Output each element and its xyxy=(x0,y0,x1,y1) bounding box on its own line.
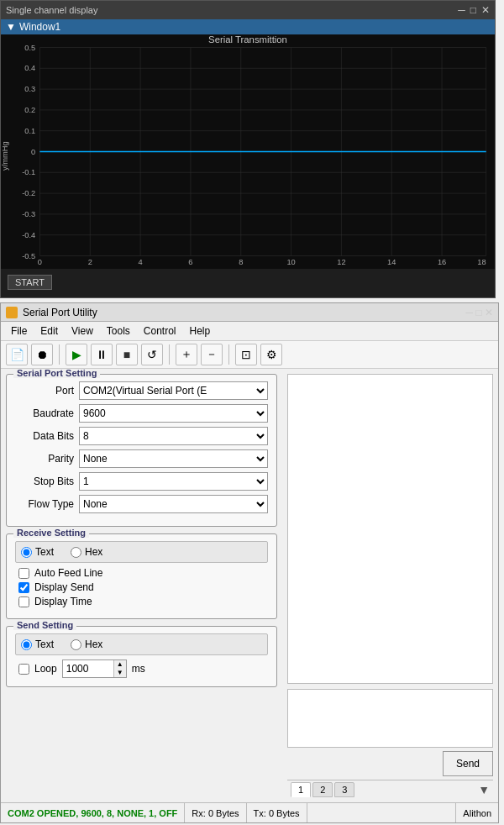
port-row: Port COM2(Virtual Serial Port (E xyxy=(15,381,268,400)
menu-view[interactable]: View xyxy=(65,323,100,339)
window-label: Window1 xyxy=(19,21,60,33)
svg-text:-0.1: -0.1 xyxy=(22,168,35,176)
spu-minimize-btn[interactable]: ─ xyxy=(466,307,474,318)
display-send-label[interactable]: Display Send xyxy=(34,581,94,593)
parity-select[interactable]: None Even Odd Mark Space xyxy=(79,449,268,468)
close-btn[interactable]: ✕ xyxy=(481,5,490,15)
send-text-label: Text xyxy=(35,638,54,650)
loop-spin: ▲ ▼ xyxy=(113,660,126,677)
loop-checkbox[interactable] xyxy=(18,664,29,675)
stop-bits-select[interactable]: 1 1.5 2 xyxy=(79,472,268,491)
send-btn-row: Send xyxy=(287,751,493,776)
flow-type-select[interactable]: None Hardware Software xyxy=(79,495,268,513)
send-hex-radio-label[interactable]: Hex xyxy=(71,638,102,650)
receive-hex-radio[interactable] xyxy=(71,547,81,558)
baudrate-row: Baudrate 9600 4800 19200 38400 57600 115… xyxy=(15,404,268,423)
data-bits-select[interactable]: 8 7 6 5 xyxy=(79,427,268,445)
display-time-row: Display Time xyxy=(15,596,268,607)
menu-file[interactable]: File xyxy=(4,323,34,339)
display-time-label[interactable]: Display Time xyxy=(34,596,92,607)
svg-text:0.4: 0.4 xyxy=(24,64,35,72)
send-hex-radio[interactable] xyxy=(71,639,81,650)
auto-feed-checkbox[interactable] xyxy=(18,568,29,579)
tab-2[interactable]: 2 xyxy=(312,782,333,797)
svg-text:0.3: 0.3 xyxy=(24,85,35,93)
spu-maximize-btn[interactable]: □ xyxy=(475,307,481,318)
toolbar-remove-btn[interactable]: － xyxy=(201,344,223,365)
spu-menubar: File Edit View Tools Control Help xyxy=(1,322,498,341)
spu-content: Serial Port Setting Port COM2(Virtual Se… xyxy=(1,369,498,803)
send-button[interactable]: Send xyxy=(443,751,493,776)
data-bits-row: Data Bits 8 7 6 5 xyxy=(15,427,268,445)
toolbar-record-btn[interactable]: ⏺ xyxy=(31,344,53,365)
auto-feed-label[interactable]: Auto Feed Line xyxy=(34,567,102,579)
spu-title: Serial Port Utility xyxy=(23,307,97,318)
loop-input-wrap: ▲ ▼ xyxy=(62,659,127,678)
chart-area: Serial Transmittion 0.5 0.4 0.3 0.2 0.1 … xyxy=(1,34,495,269)
svg-text:14: 14 xyxy=(387,258,396,266)
loop-label[interactable]: Loop xyxy=(34,663,57,675)
svg-text:18: 18 xyxy=(477,258,486,266)
brand-status: Alithon xyxy=(455,803,498,822)
svg-text:Serial Transmittion: Serial Transmittion xyxy=(208,34,287,45)
port-select[interactable]: COM2(Virtual Serial Port (E xyxy=(79,381,268,400)
menu-edit[interactable]: Edit xyxy=(34,323,65,339)
svg-text:0: 0 xyxy=(31,148,35,156)
display-time-checkbox[interactable] xyxy=(18,596,29,607)
receive-hex-radio-label[interactable]: Hex xyxy=(71,546,102,558)
send-setting-label: Send Setting xyxy=(13,620,76,630)
svg-text:16: 16 xyxy=(438,258,446,266)
baudrate-select[interactable]: 9600 4800 19200 38400 57600 115200 xyxy=(79,404,268,423)
send-text-radio[interactable] xyxy=(21,639,32,650)
data-bits-label: Data Bits xyxy=(15,430,74,442)
svg-text:-0.3: -0.3 xyxy=(22,210,35,218)
tx-status: Tx: 0 Bytes xyxy=(247,803,307,822)
menu-control[interactable]: Control xyxy=(137,323,183,339)
menu-help[interactable]: Help xyxy=(183,323,218,339)
serial-port-setting-label: Serial Port Setting xyxy=(13,369,100,378)
send-area[interactable] xyxy=(287,689,493,748)
right-panel: Send 1 2 3 ▼ xyxy=(282,369,498,803)
send-text-radio-label[interactable]: Text xyxy=(21,638,54,650)
window1-bar: ▼ Window1 xyxy=(1,19,495,34)
spu-titlebar: Serial Port Utility ─ □ ✕ xyxy=(1,303,498,322)
start-button[interactable]: START xyxy=(8,275,52,290)
receive-text-radio-label[interactable]: Text xyxy=(21,546,54,558)
send-setting-box: Send Setting Text Hex Loop xyxy=(6,626,277,687)
receive-area[interactable] xyxy=(287,374,493,684)
loop-spin-down[interactable]: ▼ xyxy=(114,669,126,677)
svg-text:2: 2 xyxy=(88,258,92,266)
serial-port-setting-box: Serial Port Setting Port COM2(Virtual Se… xyxy=(6,374,277,527)
loop-input[interactable] xyxy=(63,660,113,677)
arrow-icon: ▼ xyxy=(6,21,16,33)
tab-3[interactable]: 3 xyxy=(334,782,354,797)
toolbar-refresh-btn[interactable]: ↺ xyxy=(141,344,163,365)
svg-text:-0.5: -0.5 xyxy=(22,252,35,260)
auto-feed-row: Auto Feed Line xyxy=(15,567,268,579)
com-status: COM2 OPENED, 9600, 8, NONE, 1, OFF xyxy=(1,803,185,822)
receive-format-row: Text Hex xyxy=(15,541,268,563)
menu-tools[interactable]: Tools xyxy=(100,323,137,339)
display-send-checkbox[interactable] xyxy=(18,582,29,593)
toolbar-stop-btn[interactable]: ■ xyxy=(116,344,138,365)
spu-close-btn[interactable]: ✕ xyxy=(485,307,493,318)
toolbar-window-btn[interactable]: ⊡ xyxy=(235,344,257,365)
single-channel-window: Single channel display ─ □ ✕ ▼ Window1 xyxy=(0,0,496,298)
toolbar-pause-btn[interactable]: ⏸ xyxy=(91,344,113,365)
toolbar-add-btn[interactable]: ＋ xyxy=(176,344,197,365)
maximize-btn[interactable]: □ xyxy=(470,5,476,15)
loop-row: Loop ▲ ▼ ms xyxy=(15,659,268,678)
tab-1[interactable]: 1 xyxy=(291,782,311,797)
stop-bits-label: Stop Bits xyxy=(15,476,74,487)
toolbar-settings-btn[interactable]: ⚙ xyxy=(260,344,282,365)
tab-arrow-icon[interactable]: ▼ xyxy=(478,783,490,796)
loop-spin-up[interactable]: ▲ xyxy=(114,660,126,669)
receive-text-radio[interactable] xyxy=(21,547,32,558)
send-format-row: Text Hex xyxy=(15,633,268,655)
rx-status: Rx: 0 Bytes xyxy=(185,803,246,822)
svg-text:-0.4: -0.4 xyxy=(22,231,35,239)
parity-row: Parity None Even Odd Mark Space xyxy=(15,449,268,468)
toolbar-play-btn[interactable]: ▶ xyxy=(66,344,87,365)
toolbar-file-btn[interactable]: 📄 xyxy=(6,344,28,365)
minimize-btn[interactable]: ─ xyxy=(458,5,465,15)
